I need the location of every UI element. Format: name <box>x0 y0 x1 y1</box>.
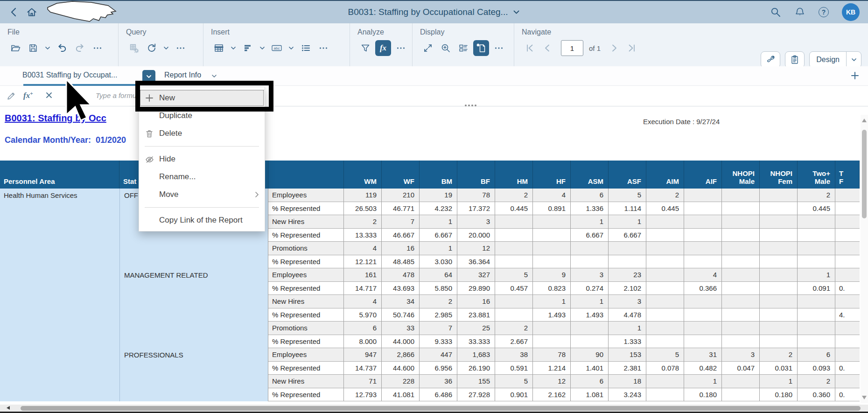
table-cell[interactable] <box>798 308 835 322</box>
table-cell[interactable] <box>684 242 722 255</box>
table-cell[interactable]: 0.591 <box>495 362 533 375</box>
table-cell[interactable]: 2,866 <box>382 348 420 362</box>
table-cell[interactable]: 71 <box>344 375 382 388</box>
column-header-hf[interactable]: HF <box>533 161 571 189</box>
table-cell[interactable]: 5 <box>495 375 533 388</box>
table-cell[interactable]: 1.114 <box>609 202 646 216</box>
table-cell[interactable]: 41.081 <box>382 388 420 402</box>
table-cell[interactable] <box>646 322 684 335</box>
table-cell[interactable] <box>835 189 860 202</box>
row-label[interactable]: Promotions <box>268 242 344 255</box>
last-page-icon[interactable] <box>624 40 640 56</box>
save-chevron-icon[interactable] <box>43 40 52 56</box>
table-cell[interactable]: 44.000 <box>382 335 420 349</box>
table-cell[interactable]: 447 <box>420 348 457 362</box>
edit-pencil-icon[interactable] <box>7 91 16 100</box>
insert-table-icon[interactable] <box>211 40 227 56</box>
table-cell[interactable]: 4 <box>533 189 571 202</box>
data-source-icon[interactable] <box>126 40 142 56</box>
table-cell[interactable]: 0. <box>835 362 860 375</box>
insert-overflow-icon[interactable] <box>315 40 331 56</box>
table-cell[interactable]: 3 <box>457 215 495 229</box>
table-cell[interactable] <box>722 295 760 308</box>
table-cell[interactable] <box>495 308 533 322</box>
table-cell[interactable]: 0.445 <box>495 202 533 216</box>
table-cell[interactable] <box>835 229 860 242</box>
table-cell[interactable] <box>722 268 760 282</box>
table-cell[interactable] <box>646 255 684 269</box>
row-label[interactable]: Employees <box>268 348 344 362</box>
vertical-scroll-thumb[interactable] <box>862 130 867 218</box>
row-label[interactable]: Employees <box>268 189 344 202</box>
add-report-plus-icon[interactable] <box>850 71 860 80</box>
table-cell[interactable]: 1.493 <box>533 308 571 322</box>
table-cell[interactable] <box>835 322 860 335</box>
insert-chart-icon[interactable] <box>240 40 256 56</box>
table-cell[interactable]: 3 <box>571 268 609 282</box>
table-cell[interactable]: 50.746 <box>382 308 420 322</box>
table-cell[interactable] <box>722 255 760 269</box>
scroll-left-arrow-icon[interactable] <box>7 406 10 410</box>
first-page-icon[interactable] <box>522 40 538 56</box>
formulas-fx-button[interactable]: fx <box>375 40 391 56</box>
menu-item-duplicate[interactable]: Duplicate <box>139 107 265 125</box>
horizontal-scroll-thumb[interactable] <box>21 406 861 411</box>
search-icon[interactable] <box>770 7 781 18</box>
table-cell[interactable]: 1 <box>609 215 646 229</box>
table-cell[interactable]: 20.000 <box>457 229 495 242</box>
table-cell[interactable]: 12.121 <box>344 255 382 269</box>
analyze-overflow-icon[interactable] <box>393 40 409 56</box>
table-cell[interactable] <box>533 242 571 255</box>
table-cell[interactable]: 16 <box>457 295 495 308</box>
table-cell[interactable] <box>495 242 533 255</box>
table-cell[interactable]: 33 <box>382 322 420 335</box>
table-cell[interactable]: 0.360 <box>798 388 835 402</box>
table-cell[interactable] <box>760 215 798 229</box>
open-folder-icon[interactable] <box>7 40 23 56</box>
column-header-nhopi-fem[interactable]: NHOPI Fem <box>760 161 798 189</box>
table-cell[interactable]: 947 <box>344 348 382 362</box>
add-formula-icon[interactable]: fx+ <box>23 91 33 100</box>
table-cell[interactable] <box>722 282 760 295</box>
table-cell[interactable]: 155 <box>457 375 495 388</box>
table-cell[interactable] <box>684 189 722 202</box>
table-cell[interactable] <box>533 229 571 242</box>
table-cell[interactable]: 0. <box>835 388 860 402</box>
table-cell[interactable]: 26.190 <box>457 362 495 375</box>
table-cell[interactable]: 6.667 <box>420 229 457 242</box>
table-cell[interactable]: 23.881 <box>457 308 495 322</box>
table-cell[interactable] <box>571 242 609 255</box>
table-cell[interactable]: 6 <box>571 189 609 202</box>
column-header-bf[interactable]: BF <box>457 161 495 189</box>
row-label[interactable]: Promotions <box>268 322 344 335</box>
table-cell[interactable] <box>495 215 533 229</box>
table-cell[interactable]: 161 <box>344 268 382 282</box>
vertical-scrollbar[interactable] <box>861 115 868 403</box>
table-cell[interactable]: 7 <box>420 322 457 335</box>
table-cell[interactable]: 1 <box>533 295 571 308</box>
table-cell[interactable] <box>760 189 798 202</box>
tools-wrench-button[interactable] <box>761 51 780 68</box>
table-cell[interactable] <box>760 229 798 242</box>
save-icon[interactable] <box>25 40 41 56</box>
table-cell[interactable]: 48.485 <box>382 255 420 269</box>
table-cell[interactable]: 78 <box>533 348 571 362</box>
table-cell[interactable] <box>684 215 722 229</box>
menu-item-copy-link-of-the-report[interactable]: Copy Link of the Report <box>139 211 265 229</box>
column-header-t-f[interactable]: T F <box>835 161 860 189</box>
page-number-input[interactable] <box>561 40 583 56</box>
table-cell[interactable]: 1 <box>571 295 609 308</box>
table-cell[interactable] <box>798 229 835 242</box>
table-cell[interactable]: 36 <box>420 375 457 388</box>
table-cell[interactable]: 0.274 <box>571 282 609 295</box>
confirm-check-icon[interactable] <box>65 91 74 99</box>
menu-item-hide[interactable]: Hide <box>139 150 265 168</box>
zoom-icon[interactable] <box>438 40 454 56</box>
table-cell[interactable] <box>835 202 860 216</box>
table-cell[interactable]: 14.737 <box>344 362 382 375</box>
table-cell[interactable]: 6 <box>571 375 609 388</box>
table-cell[interactable]: 5.970 <box>344 308 382 322</box>
report-info-chevron-icon[interactable] <box>211 73 217 79</box>
table-cell[interactable] <box>722 308 760 322</box>
formula-input[interactable]: Type a formula <box>96 91 142 99</box>
